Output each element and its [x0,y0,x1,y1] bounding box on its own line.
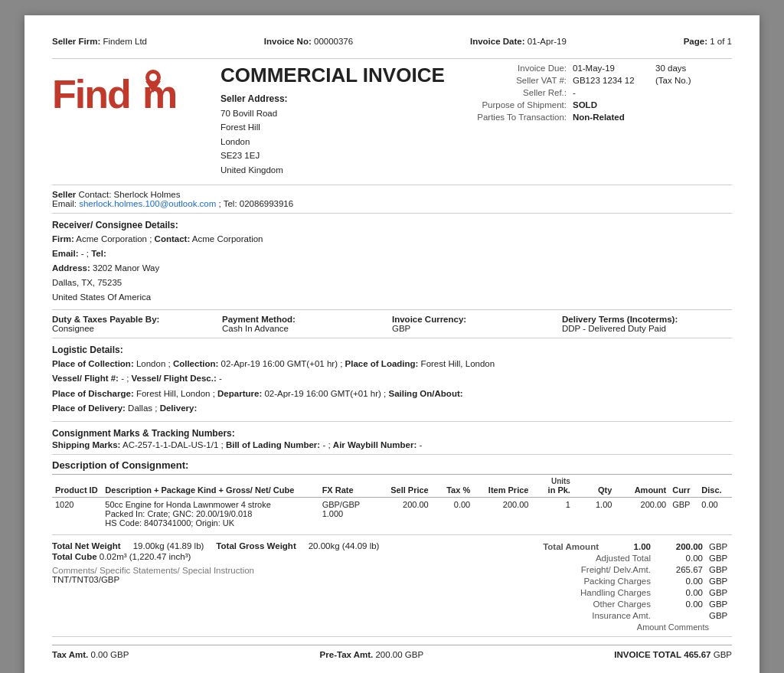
firm-value: Acme Corporation [76,234,147,243]
bol-value: - [322,440,325,449]
delivery-label: Delivery Terms (Incoterms): [562,315,732,324]
invoice-due-days: 30 days [655,64,732,73]
email-link[interactable]: sherlock.holmes.100@outlook.com [79,199,216,208]
receiver-block: Firm: Acme Corporation ; Contact: Acme C… [52,232,732,305]
cell-qty: 1.00 [573,497,615,530]
logistic-line3: Place of Discharge: Forest Hill, London … [52,387,732,402]
seller-ref-label: Seller Ref.: [475,88,567,97]
insurance-value [657,611,703,620]
handling-label: Handling Charges [544,588,651,597]
seller-firm-value: Findem Ltd [103,37,147,46]
invoice-total-value: 465.67 [684,650,710,659]
tax-amt-label: Tax Amt. [52,650,88,659]
receiver-section-label: Receiver/ Consignee Details: [52,220,732,230]
seller-firm-label: Seller Firm: [52,37,100,46]
address-line-4: SE23 1EJ [220,149,475,162]
contact-name: Sherlock Holmes [114,190,181,199]
parties-value: Non-Related [573,113,649,122]
pre-tax-block: Pre-Tax Amt. 200.00 GBP [320,650,424,659]
place-collection-value: London [136,359,165,368]
delivery-place-label: Place of Delivery: [52,403,126,413]
cell-disc: 0.00 [698,497,732,530]
col-units-header: Units in Pk. [531,474,573,497]
header-section: Find m COMMERCIAL INVOICE Seller Address… [52,64,732,177]
purpose-spacer [655,100,732,109]
delivery-col: Delivery Terms (Incoterms): DDP - Delive… [562,315,732,333]
contact-label-r: Contact: [155,234,191,243]
invoice-total-curr: GBP [714,650,732,659]
insurance-curr: GBP [709,611,732,620]
address-value-r: 3202 Manor Way [93,263,159,273]
address-line-2: Forest Hill [220,120,475,134]
seller-vat-note: (Tax No.) [655,76,732,85]
logistic-line2: Vessel/ Flight #: - ; Vessel/ Flight Des… [52,371,732,387]
delivery-note-label: Delivery: [160,403,198,413]
packing-row: Packing Charges 0.00 GBP [392,576,732,586]
currency-label: Invoice Currency: [392,315,562,324]
duty-divider [52,338,732,338]
adjusted-total-row: Adjusted Total 0.00 GBP [392,553,732,564]
air-waybill-value: - [420,440,423,449]
invoice-total-block: INVOICE TOTAL 465.67 GBP [614,650,732,659]
total-cube-value: 0.02m³ (1,220.47 inch³) [100,552,191,561]
packing-label: Packing Charges [544,577,651,586]
adjusted-value: 0.00 [657,554,703,563]
top-divider [52,58,732,59]
freight-row: Freight/ Delv.Amt. 265.67 GBP [392,564,732,575]
svg-text:m: m [142,72,176,116]
loading-label: Place of Loading: [345,359,419,368]
receiver-email-row: Email: - ; Tel: [52,247,732,261]
vessel-value: - [121,374,124,383]
comments-block: Comments/ Specific Statements/ Special I… [52,566,392,584]
purpose-value: SOLD [573,100,649,109]
units-header-top: Units [534,477,570,485]
seller-address-label: Seller Address: [220,93,475,104]
handling-row: Handling Charges 0.00 GBP [392,587,732,598]
address-line-1: 70 Bovill Road [220,106,475,120]
seller-firm: Seller Firm: Findem Ltd [52,37,147,46]
bottom-divider [52,636,732,637]
totals-right: Total Amount 1.00 200.00 GBP Adjusted To… [392,541,732,621]
logistic-divider [52,421,732,422]
cell-sell-price: 200.00 [377,497,432,530]
invoice-no: Invoice No: 00000376 [264,37,353,46]
invoice-page: Seller Firm: Findem Ltd Invoice No: 0000… [24,15,760,673]
invoice-due-value: 01-May-19 [573,64,649,73]
discharge-label: Place of Discharge: [52,389,134,398]
invoice-total-label: INVOICE TOTAL [614,650,681,659]
consignment-marks-block: Shipping Marks: AC-257-1-1-DAL-US-1/1 ; … [52,440,732,449]
payment-label: Payment Method: [222,315,392,324]
logo-area: Find m [52,64,220,117]
weight-row2: Total Cube 0.02m³ (1,220.47 inch³) [52,552,392,561]
amount-comments: Amount Comments [52,622,732,632]
total-cube-label: Total Cube [52,552,97,561]
totals-section: Total Net Weight 19.00kg (41.89 lb) Tota… [52,541,732,621]
col-description: Description + Package Kind + Gross/ Net/… [102,474,318,497]
desc-line3: HS Code: 8407341000; Origin: UK [105,518,315,528]
duty-payment-row: Duty & Taxes Payable By: Consignee Payme… [52,315,732,333]
other-label: Other Charges [544,599,651,609]
receiver-divider [52,309,732,310]
cell-tax-percent: 0.00 [432,497,473,530]
place-collection-label: Place of Collection: [52,359,134,368]
page-total: 1 [727,37,732,46]
payment-col: Payment Method: Cash In Advance [222,315,392,333]
logistic-line1: Place of Collection: London ; Collection… [52,357,732,372]
seller-ref-spacer [655,88,732,97]
amount-comments-label: Amount Comments [637,622,709,632]
page-value: 1 [710,37,714,46]
pre-tax-value: 200.00 GBP [375,650,423,659]
col-fx-rate: FX Rate [319,474,377,497]
freight-curr: GBP [709,565,732,574]
invoice-due-row: Invoice Due: 01-May-19 30 days [475,64,732,73]
delivery-place-value: Dallas [128,403,152,413]
delivery-value: DDP - Delivered Duty Paid [562,324,732,333]
handling-value: 0.00 [657,588,703,597]
cell-item-price: 200.00 [473,497,531,530]
fx-rate-line2: 1.000 [322,509,374,518]
header-divider [52,185,732,185]
discharge-value: Forest Hill, London [136,389,211,398]
total-amount-row: Total Amount 1.00 200.00 GBP [392,541,732,552]
loading-value: Forest Hill, London [421,359,495,368]
receiver-firm-row: Firm: Acme Corporation ; Contact: Acme C… [52,232,732,247]
